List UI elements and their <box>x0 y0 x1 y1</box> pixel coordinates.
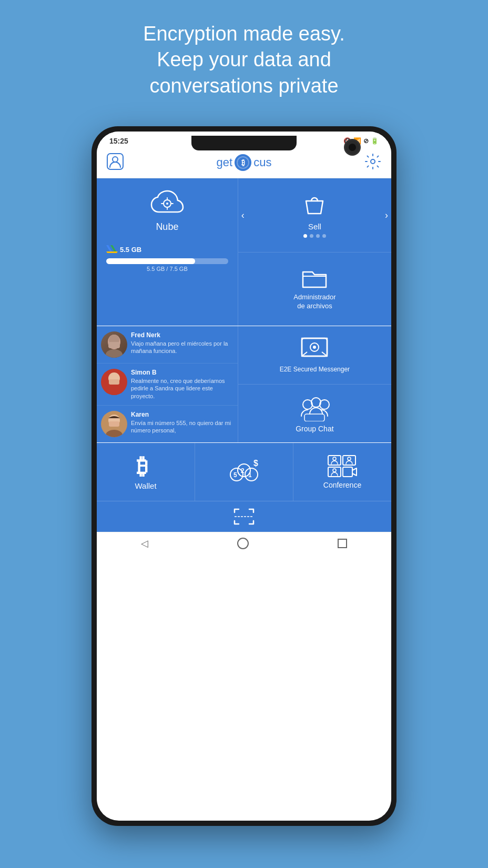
svg-point-6 <box>106 349 123 358</box>
svg-text:2: 2 <box>241 467 245 475</box>
conference-tile[interactable]: Conference <box>293 443 391 501</box>
header-line3: conversations private <box>32 73 456 99</box>
svg-rect-36 <box>343 467 352 477</box>
karen-message-content: Karen Envía mi número 555, no quiero dar… <box>131 411 233 435</box>
phone-frame: 15:25 🔇 📶 ⊘ 🔋 get <box>92 126 396 826</box>
carousel-right-arrow[interactable]: › <box>385 209 388 220</box>
fred-message-content: Fred Nerk Viajo mañana pero el miércoles… <box>131 331 233 355</box>
svg-point-10 <box>106 388 123 395</box>
main-grid: Nube <box>97 178 391 532</box>
svg-rect-14 <box>109 421 119 427</box>
phone-camera <box>344 139 361 156</box>
row1: Nube <box>97 178 391 326</box>
svg-point-31 <box>333 457 336 460</box>
simon-message-content: Simon B Realmente no, creo que deberíamo… <box>131 369 233 400</box>
svg-point-35 <box>333 469 336 472</box>
svg-rect-21 <box>304 414 324 421</box>
nav-recent[interactable] <box>338 539 347 548</box>
app-logo: get ₿ cus <box>217 154 272 171</box>
wallet-tile[interactable]: ₿ Wallet <box>97 443 195 501</box>
file-manager-tile[interactable]: Administrador de archivos <box>238 253 391 326</box>
nube-storage: 5.5 GB 5.5 GB / 7.5 GB <box>102 243 232 272</box>
alarm-icon: ⊘ <box>363 137 369 145</box>
storage-total-text: 5.5 GB / 7.5 GB <box>106 266 228 272</box>
nav-back[interactable]: ◁ <box>141 538 148 549</box>
storage-bar-fill <box>106 258 195 264</box>
right-col-bottom: E2E Secured Messenger <box>238 326 391 442</box>
carousel-left-arrow[interactable]: ‹ <box>241 209 245 220</box>
right-col-top: ‹ Sell › <box>238 178 391 326</box>
wallet-label: Wallet <box>135 481 156 490</box>
storage-used: 5.5 GB <box>120 246 141 254</box>
phone-screen: 15:25 🔇 📶 ⊘ 🔋 get <box>97 132 391 821</box>
e2e-messenger-tile[interactable]: E2E Secured Messenger <box>238 326 391 385</box>
karen-name: Karen <box>131 411 233 418</box>
simon-message: Realmente no, creo que deberíamos pedirl… <box>131 377 233 400</box>
scanner-bar[interactable] <box>97 501 391 532</box>
phone-nav: ◁ <box>97 532 391 557</box>
messages-list: Fred Nerk Viajo mañana pero el miércoles… <box>97 326 238 442</box>
nube-tile[interactable]: Nube <box>97 178 238 326</box>
karen-message: Envía mi número 555, no quiero dar mi nú… <box>131 419 233 435</box>
simon-name: Simon B <box>131 369 233 376</box>
svg-point-4 <box>166 203 168 205</box>
svg-rect-8 <box>108 342 120 348</box>
fred-message: Viajo mañana pero el miércoles por la ma… <box>131 340 233 355</box>
conference-label: Conference <box>323 481 361 489</box>
status-time: 15:25 <box>109 137 128 145</box>
group-chat-label: Group Chat <box>296 425 333 433</box>
row2: Fred Nerk Viajo mañana pero el miércoles… <box>97 326 391 442</box>
header-line1: Encryption made easy. <box>32 21 456 47</box>
message-item-karen[interactable]: Karen Envía mi número 555, no quiero dar… <box>97 406 238 442</box>
logo-text-after: cus <box>253 156 271 169</box>
page-background: Encryption made easy. Keep your data and… <box>0 0 488 868</box>
avatar-fred <box>101 331 127 358</box>
avatar-simon <box>101 369 127 395</box>
fred-name: Fred Nerk <box>131 331 233 339</box>
avatar-karen <box>101 411 127 437</box>
header-line2: Keep your data and <box>32 47 456 73</box>
carousel-dots <box>303 234 326 238</box>
svg-rect-11 <box>109 379 119 385</box>
message-item-fred[interactable]: Fred Nerk Viajo mañana pero el miércoles… <box>97 326 238 364</box>
nube-label: Nube <box>156 221 178 233</box>
e2e-label: E2E Secured Messenger <box>280 366 350 374</box>
svg-point-2 <box>371 159 375 164</box>
exchange-tile[interactable]: 5 2 1 $ <box>195 443 293 501</box>
message-item-simon[interactable]: Simon B Realmente no, creo que deberíamo… <box>97 364 238 406</box>
storage-bar-bg <box>106 258 228 264</box>
profile-button[interactable] <box>106 153 124 173</box>
nav-home[interactable] <box>237 538 249 549</box>
logo-icon: ₿ <box>235 154 251 171</box>
sell-label: Sell <box>308 222 321 231</box>
settings-button[interactable] <box>364 153 382 173</box>
svg-text:₿: ₿ <box>137 454 148 479</box>
svg-text:5: 5 <box>233 471 237 479</box>
promo-header: Encryption made easy. Keep your data and… <box>0 0 488 115</box>
svg-point-33 <box>348 457 351 460</box>
svg-text:1: 1 <box>248 471 252 479</box>
logo-text-before: get <box>217 156 233 169</box>
row3: ₿ Wallet 5 2 1 <box>97 442 391 501</box>
group-chat-tile[interactable]: Group Chat <box>238 385 391 442</box>
svg-text:$: $ <box>253 459 258 468</box>
svg-point-1 <box>113 157 118 162</box>
file-manager-label: Administrador de archivos <box>293 293 336 311</box>
svg-point-13 <box>106 430 123 437</box>
battery-icon: 🔋 <box>371 137 379 145</box>
phone-notch <box>191 136 297 150</box>
svg-point-20 <box>320 400 329 409</box>
drive-icon <box>106 243 118 256</box>
sell-tile[interactable]: ‹ Sell › <box>238 178 391 253</box>
svg-point-17 <box>313 346 316 349</box>
